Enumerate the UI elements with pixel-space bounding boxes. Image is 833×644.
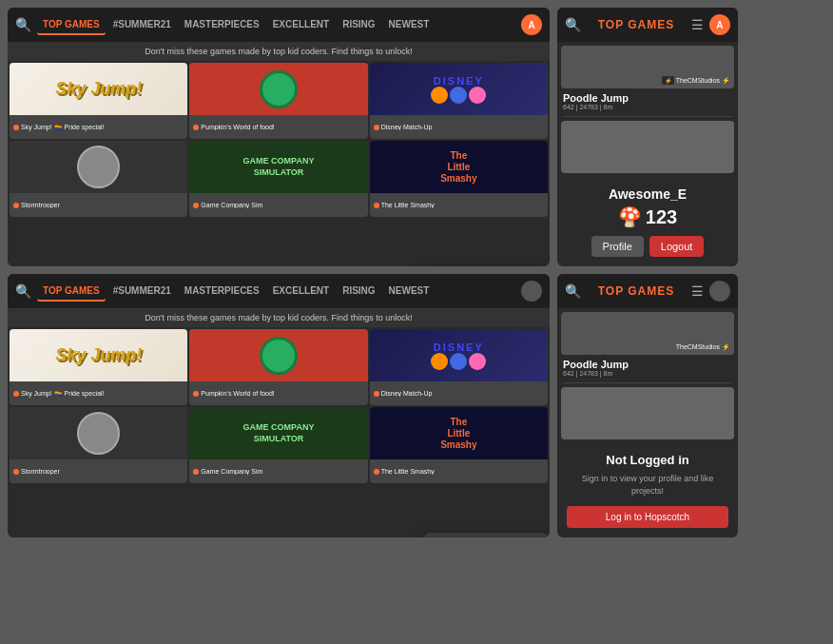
nav-tabs: TOP GAMES #SUMMER21 MASTERPIECES EXCELLE…	[37, 15, 515, 35]
search-icon[interactable]: 🔍	[15, 283, 31, 299]
top-nav-bar: 🔍 TOP GAMES #SUMMER21 MASTERPIECES EXCEL…	[8, 8, 550, 42]
char-3-b	[469, 353, 486, 370]
sidebar-avatar[interactable]: A	[709, 14, 730, 35]
bottom-sidebar-game-thumb-2	[561, 387, 734, 439]
games-grid: Sky Jump! Sky Jump! 🏳️‍🌈 Pride special! …	[8, 61, 550, 219]
char-2	[450, 87, 467, 104]
sidebar-search-icon[interactable]: 🔍	[565, 17, 581, 32]
hamburger-icon[interactable]: ☰	[691, 17, 704, 32]
search-icon[interactable]: 🔍	[15, 17, 31, 32]
game-thumb-pumpkin-b	[189, 329, 367, 381]
tab-top-games[interactable]: TOP GAMES	[37, 282, 106, 302]
banner-bottom: Don't miss these games made by top kid c…	[8, 308, 550, 327]
sidebar-nav: 🔍 TOP GAMES ☰ A	[557, 8, 738, 42]
game-title: Sky Jump! 🏳️‍🌈 Pride special!	[21, 390, 184, 398]
game-info-disney-b: Disney Match-Up	[370, 381, 548, 405]
tab-top-games[interactable]: TOP GAMES	[37, 15, 106, 35]
author-dot	[193, 391, 199, 397]
game-title: Stormtrooper	[21, 202, 184, 208]
game-info-b: Sky Jump! 🏳️‍🌈 Pride special!	[10, 381, 187, 405]
game-card-disney[interactable]: DISNEY Disney Match-Up	[370, 63, 548, 139]
tab-masterpieces[interactable]: MASTERPIECES	[179, 15, 265, 35]
bottom-sidebar-author: TheCMStudios ⚡	[676, 343, 730, 351]
avatar-empty[interactable]	[521, 281, 542, 302]
game-card-company-b[interactable]: GAME COMPANYSIMULATOR Game Company Sim	[189, 407, 367, 483]
top-app-panel: 🔍 TOP GAMES #SUMMER21 MASTERPIECES EXCEL…	[8, 8, 550, 266]
game-title: Pumpkin's World of food!	[201, 124, 363, 130]
game-thumb-disney-b: DISNEY	[370, 329, 548, 381]
game-card-company[interactable]: GAME COMPANYSIMULATOR Game Company Sim	[189, 141, 367, 217]
game-card-sky-jump-b[interactable]: Sky Jump! Sky Jump! 🏳️‍🌈 Pride special!	[10, 329, 187, 405]
sky-jump-title-text: Sky Jump!	[55, 79, 142, 99]
game-card-pumpkin-b[interactable]: Pumpkin's World of food!	[189, 329, 367, 405]
game-thumb-disney: DISNEY	[370, 63, 548, 115]
bottom-sidebar-title: TOP GAMES	[598, 284, 675, 298]
sidebar-author-name: TheCMStudios ⚡	[676, 77, 730, 85]
game-card-sky-jump[interactable]: Sky Jump! Sky Jump! 🏳️‍🌈 Pride special!	[10, 63, 187, 139]
tab-excellent[interactable]: EXCELLENT	[267, 282, 335, 302]
sidebar-points-num: 123	[646, 206, 677, 228]
divider-b	[563, 382, 732, 383]
game-thumb-sky-jump: Sky Jump!	[10, 63, 187, 115]
game-card-stormtrooper[interactable]: Stormtrooper	[10, 141, 187, 217]
tab-rising[interactable]: RISING	[337, 15, 380, 35]
avatar[interactable]: A	[521, 14, 542, 35]
disney-chars-b	[431, 353, 486, 370]
stormtrooper-visual-b	[77, 412, 120, 455]
stormtrooper-visual	[77, 146, 120, 188]
bottom-sidebar-game-title: Poodle Jump	[563, 359, 732, 370]
bottom-sidebar-nav: 🔍 TOP GAMES ☰	[557, 274, 738, 308]
tab-summer21[interactable]: #SUMMER21	[107, 15, 177, 35]
company-text: GAME COMPANYSIMULATOR	[240, 152, 319, 182]
bottom-sidebar-icons: ☰	[691, 281, 730, 302]
sky-jump-title-text-b: Sky Jump!	[55, 345, 142, 365]
author-dot	[13, 469, 19, 475]
game-thumb-stormtrooper-b	[10, 407, 187, 459]
tab-excellent[interactable]: EXCELLENT	[267, 15, 335, 35]
tab-summer21[interactable]: #SUMMER21	[107, 282, 177, 302]
bottom-nav-bar: 🔍 TOP GAMES #SUMMER21 MASTERPIECES EXCEL…	[8, 274, 550, 308]
game-info-company-b: Game Company Sim	[189, 459, 367, 483]
tab-masterpieces[interactable]: MASTERPIECES	[179, 282, 265, 302]
disney-label-b: DISNEY	[431, 342, 486, 353]
game-info-stormtrooper: Stormtrooper	[10, 193, 187, 217]
top-sidebar-panel: 🔍 TOP GAMES ☰ A ⚡ TheCMStudios ⚡ Poodle …	[557, 8, 738, 266]
char-2-b	[450, 353, 467, 370]
game-card-pumpkin[interactable]: Pumpkin's World of food!	[189, 63, 367, 139]
author-dot	[13, 391, 19, 397]
author-dot	[13, 203, 19, 208]
sidebar-not-logged-sub: Sign in to view your profile and like pr…	[567, 473, 728, 497]
game-thumb-sky-jump-b: Sky Jump!	[10, 329, 187, 381]
sidebar-login-button[interactable]: Log in to Hopscotch	[567, 506, 728, 528]
author-dot	[13, 125, 19, 130]
game-title: Game Company Sim	[201, 202, 363, 208]
tab-newest[interactable]: NEWEST	[383, 282, 436, 302]
game-thumb-pumpkin	[189, 63, 367, 115]
char-3	[469, 87, 486, 104]
sidebar-profile-button[interactable]: Profile	[591, 236, 644, 257]
sidebar-profile-popup: Awesome_E 🍄 123 Profile Logout	[557, 177, 738, 266]
bottom-sidebar-game-thumb: TheCMStudios ⚡	[561, 312, 734, 355]
company-text-b: GAME COMPANYSIMULATOR	[240, 419, 319, 448]
game-card-disney-b[interactable]: DISNEY Disney Match-Up	[370, 329, 548, 405]
sidebar-points-row: 🍄 123	[567, 205, 728, 228]
sidebar-search-icon-b[interactable]: 🔍	[565, 283, 581, 299]
game-card-smashy[interactable]: TheLittleSmashy The Little Smashy	[370, 141, 548, 217]
game-title: Sky Jump! 🏳️‍🌈 Pride special!	[21, 124, 184, 131]
sidebar-mushroom-icon: 🍄	[618, 205, 642, 228]
char-1	[431, 87, 448, 104]
sidebar-avatar-empty[interactable]	[709, 281, 730, 302]
tab-newest[interactable]: NEWEST	[383, 15, 436, 35]
game-card-smashy-b[interactable]: TheLittleSmashy The Little Smashy	[370, 407, 548, 483]
sidebar-logout-button[interactable]: Logout	[649, 236, 705, 257]
game-card-stormtrooper-b[interactable]: Stormtrooper	[10, 407, 187, 483]
game-info-pumpkin: Pumpkin's World of food!	[189, 115, 367, 139]
popup-not-logged: Not Logged in Log in to view your profil…	[424, 533, 548, 537]
game-title: Disney Match-Up	[381, 124, 544, 130]
sidebar-game-title: Poodle Jump	[563, 92, 732, 104]
tab-rising[interactable]: RISING	[337, 282, 380, 302]
author-dot	[374, 125, 379, 130]
hamburger-icon-b[interactable]: ☰	[691, 283, 704, 299]
sidebar-not-logged-title: Not Logged in	[567, 453, 728, 467]
sidebar-icons: ☰ A	[691, 14, 730, 35]
